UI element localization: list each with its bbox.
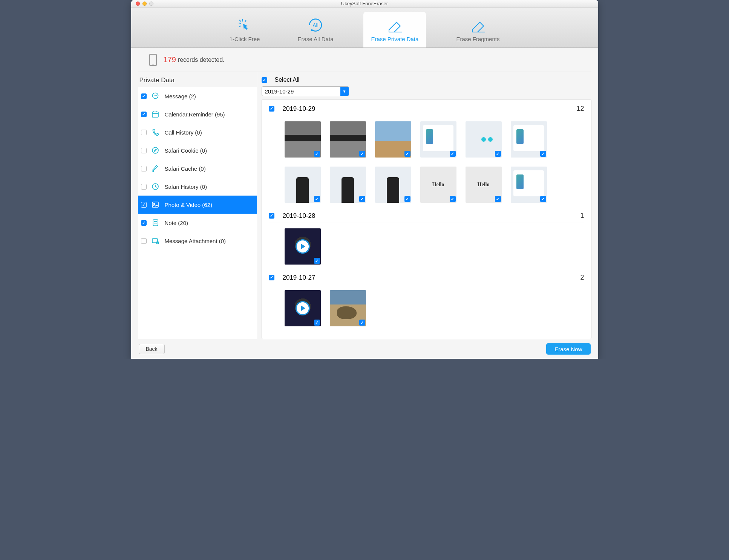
thumbnail[interactable]: ✓ [285, 228, 321, 265]
thumbnail[interactable]: ✓ [330, 290, 366, 326]
thumbnail[interactable]: ✓ [511, 121, 547, 158]
svg-line-3 [245, 20, 246, 22]
thumbnail-checkbox[interactable]: ✓ [314, 151, 320, 157]
group-checkbox[interactable] [269, 213, 274, 219]
thumbnail[interactable]: Hello✓ [466, 167, 502, 203]
thumbnail-checkbox[interactable]: ✓ [404, 196, 410, 202]
photo-icon [151, 200, 159, 209]
checkbox[interactable] [141, 130, 147, 135]
thumbnail-checkbox[interactable]: ✓ [450, 196, 456, 202]
thumbnail-grid: ✓✓ [269, 284, 584, 326]
group-count: 1 [580, 212, 584, 220]
thumbnail-checkbox[interactable]: ✓ [359, 196, 365, 202]
thumbnail-checkbox[interactable]: ✓ [495, 196, 501, 202]
note-icon [151, 219, 159, 227]
checkbox[interactable] [141, 148, 147, 153]
thumbnail-checkbox[interactable]: ✓ [495, 151, 501, 157]
svg-point-12 [156, 95, 157, 96]
tab-erase-fragments[interactable]: Erase Fragments [449, 12, 507, 47]
select-all-label: Select All [275, 77, 300, 83]
tab-label: Erase Fragments [456, 36, 499, 42]
sidebar-item-label: Safari Cookie (0) [165, 147, 254, 154]
checkbox[interactable] [141, 238, 147, 244]
svg-point-10 [154, 95, 155, 96]
sidebar-item[interactable]: Call History (0) [138, 123, 257, 141]
thumbnail[interactable]: ✓ [330, 167, 366, 203]
sidebar-item-label: Safari History (0) [165, 184, 254, 190]
checkbox[interactable] [141, 112, 147, 117]
thumbnail[interactable]: ✓ [285, 167, 321, 203]
thumbnail-checkbox[interactable]: ✓ [404, 151, 410, 157]
back-button[interactable]: Back [139, 344, 165, 354]
thumbnail-checkbox[interactable]: ✓ [540, 196, 546, 202]
sidebar: Private Data Message (2)Calendar,Reminde… [138, 72, 257, 339]
sidebar-item-label: Safari Cache (0) [165, 165, 254, 172]
group-count: 12 [576, 105, 584, 113]
group-header: 2019-10-2912 [269, 105, 584, 115]
chevron-down-icon: ▼ [340, 87, 349, 96]
group-count: 2 [580, 274, 584, 282]
thumbnail-checkbox[interactable]: ✓ [314, 258, 320, 264]
play-icon [296, 301, 310, 315]
checkbox[interactable] [141, 220, 147, 226]
sidebar-item[interactable]: Calendar,Reminder (95) [138, 105, 257, 123]
sidebar-item[interactable]: Message Attachment (0) [138, 232, 257, 250]
compass-icon [151, 146, 159, 155]
thumbnail[interactable]: ✓ [375, 167, 411, 203]
thumbnail-scroll-area[interactable]: 2019-10-2912✓✓✓✓✓✓✓✓✓Hello✓Hello✓✓2019-1… [262, 99, 591, 339]
thumbnail[interactable]: ✓ [285, 290, 321, 326]
group-checkbox[interactable] [269, 275, 274, 280]
checkbox[interactable] [141, 166, 147, 171]
thumbnail[interactable]: Hello✓ [420, 167, 456, 203]
sidebar-item[interactable]: Photo & Video (62) [138, 196, 257, 214]
records-bar: 179 records detected. [138, 48, 591, 72]
thumbnail[interactable]: ✓ [285, 121, 321, 158]
message-icon [151, 92, 159, 100]
group-checkbox[interactable] [269, 106, 274, 112]
erase-now-button[interactable]: Erase Now [546, 343, 590, 355]
thumbnail-grid: ✓✓✓✓✓✓✓✓✓Hello✓Hello✓✓ [269, 115, 584, 203]
records-text: records detected. [178, 57, 225, 63]
thumbnail-checkbox[interactable]: ✓ [359, 320, 365, 326]
svg-rect-23 [153, 220, 158, 226]
app-window: UkeySoft FoneEraser 1-Click Free All Era… [131, 0, 598, 359]
svg-point-11 [155, 95, 156, 96]
sidebar-item[interactable]: Safari Cookie (0) [138, 141, 257, 159]
cursor-click-icon [236, 16, 253, 34]
date-dropdown[interactable]: 2019-10-29 ▼ [262, 86, 349, 96]
svg-line-2 [239, 20, 241, 21]
broom-icon [151, 164, 159, 173]
sidebar-item[interactable]: Message (2) [138, 87, 257, 105]
calendar-icon [151, 110, 159, 118]
sidebar-item[interactable]: Safari Cache (0) [138, 159, 257, 177]
thumbnail-checkbox[interactable]: ✓ [450, 151, 456, 157]
thumbnail[interactable]: ✓ [420, 121, 456, 158]
thumbnail[interactable]: ✓ [375, 121, 411, 158]
thumbnail-checkbox[interactable]: ✓ [314, 320, 320, 326]
sidebar-item[interactable]: Note (20) [138, 214, 257, 232]
date-group: 2019-10-272✓✓ [269, 274, 584, 326]
play-icon [296, 239, 310, 254]
thumbnail[interactable]: ✓ [330, 121, 366, 158]
close-icon[interactable] [136, 2, 140, 6]
minimize-icon[interactable] [142, 2, 147, 6]
sidebar-item[interactable]: Safari History (0) [138, 177, 257, 196]
device-icon [149, 54, 157, 66]
dropdown-value: 2019-10-29 [262, 88, 340, 95]
checkbox[interactable] [141, 184, 147, 190]
date-group: 2019-10-281✓ [269, 212, 584, 265]
checkbox[interactable] [141, 93, 147, 99]
thumbnail-checkbox[interactable]: ✓ [314, 196, 320, 202]
thumbnail-checkbox[interactable]: ✓ [540, 151, 546, 157]
tab-1-click-free[interactable]: 1-Click Free [222, 12, 268, 47]
thumbnail[interactable]: ✓ [466, 121, 502, 158]
select-all-checkbox[interactable] [262, 77, 267, 83]
tab-erase-all-data[interactable]: All Erase All Data [290, 12, 341, 47]
thumbnail-checkbox[interactable]: ✓ [359, 151, 365, 157]
tab-label: Erase All Data [297, 36, 333, 42]
sidebar-item-label: Note (20) [165, 220, 254, 226]
tab-erase-private-data[interactable]: Erase Private Data [363, 12, 426, 47]
thumbnail[interactable]: ✓ [511, 167, 547, 203]
checkbox[interactable] [141, 202, 147, 208]
sidebar-item-label: Photo & Video (62) [165, 202, 254, 208]
